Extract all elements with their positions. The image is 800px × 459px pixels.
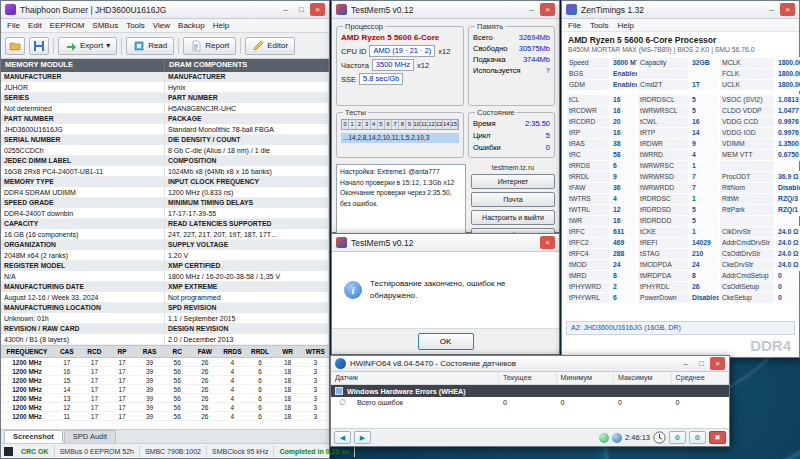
testmem-site-link[interactable]: testmem.tz.ru [471, 164, 555, 171]
testmem5-titlebar[interactable]: TestMem5 v0.12 – × [332, 1, 559, 19]
freq-cell: 56 [163, 403, 191, 412]
sse-label: SSE [341, 75, 356, 84]
hwinfo-titlebar[interactable]: HWiNFO64 v8.04-5470 - Состояние датчиков… [331, 356, 729, 372]
dropdown-icon: ▾ [106, 41, 110, 50]
timing-label: tPHYWRL [566, 292, 610, 304]
field-value: 2.0 / December 2013 [165, 334, 328, 345]
test-number-cell[interactable]: 13 [436, 120, 443, 129]
sensor-row[interactable]: ∅Всего ошибок 0 0 0 0 [331, 397, 729, 409]
column-header[interactable]: Датчик [331, 372, 499, 384]
sensor-group-row[interactable]: Windows Hardware Errors (WHEA) [331, 385, 729, 397]
dram-components-header: DRAM COMPONENTS [165, 59, 329, 72]
open-button[interactable] [5, 37, 25, 55]
menu-item[interactable]: Tools [126, 21, 145, 30]
menu-item[interactable]: Edit [28, 21, 42, 30]
minimize-button[interactable]: – [524, 3, 539, 16]
test-number-cell[interactable]: 7 [392, 120, 399, 129]
zentimings-window: ZenTimings 1.32 – × FileToolsHelp AMD Ry… [561, 0, 800, 358]
minimize-button[interactable]: – [678, 357, 693, 370]
minimize-button[interactable]: – [278, 3, 293, 16]
close-button[interactable]: × [540, 236, 555, 249]
toolbar-separator [53, 38, 54, 54]
close-button[interactable]: × [780, 3, 795, 16]
zentimings-titlebar[interactable]: ZenTimings 1.32 – × [562, 1, 799, 19]
test-number-cell[interactable]: 1 [349, 120, 356, 129]
test-sequence[interactable]: ...14,2,8,14,2,10,11,1,5,2,10,3 [341, 133, 459, 143]
state-group-caption: Состояние [475, 108, 516, 117]
close-button[interactable]: × [710, 357, 725, 370]
column-header[interactable]: Среднее [672, 372, 730, 384]
menu-item[interactable]: Tools [590, 21, 609, 30]
test-number-cell[interactable]: 15 [451, 120, 458, 129]
logging-status-icon[interactable] [599, 433, 609, 443]
test-number-cell[interactable]: 11 [421, 120, 428, 129]
field-label: PART NUMBER [1, 114, 164, 124]
internet-button[interactable]: Интернет [471, 174, 555, 189]
mail-button[interactable]: Почта [471, 192, 555, 207]
memory-label: Свободно [473, 44, 507, 53]
timing-row: tRAS38tRDWR9VDIMM1.3500 V [566, 138, 795, 149]
test-number-cell[interactable]: 14 [443, 120, 450, 129]
field-label: SUPPLY VOLTAGE [165, 240, 328, 250]
test-number-cell[interactable]: 10 [414, 120, 421, 129]
dimm-slot-selector[interactable]: A2: JHD3600U1616JG (16GB, DR) [566, 321, 795, 335]
freq-cell: 26 [191, 412, 219, 421]
freq-col-header: RRDS [219, 346, 247, 357]
freq-cell: 26 [191, 376, 219, 385]
configure-exit-button[interactable]: Настроить и выйти [471, 210, 555, 225]
close-button[interactable]: × [540, 3, 555, 16]
menu-item[interactable]: EEPROM [50, 21, 85, 30]
freq-cell: 26 [191, 358, 219, 367]
close-button[interactable]: × [310, 3, 325, 16]
maximize-button[interactable]: □ [694, 357, 709, 370]
monitor-status-icon[interactable] [612, 433, 622, 443]
menu-item[interactable]: Help [213, 21, 229, 30]
menu-item[interactable]: File [568, 21, 581, 30]
thaiphoon-titlebar[interactable]: Thaiphoon Burner | JHD3600U1616JG – □ × [1, 1, 329, 19]
test-number-cell[interactable]: 9 [406, 120, 413, 129]
report-button[interactable]: Report [183, 37, 236, 55]
timing-row: tRC58tWRRD4MEM VTT0.6750 V [566, 149, 795, 160]
test-number-cell[interactable]: 0 [342, 120, 349, 129]
menu-item[interactable]: View [153, 21, 170, 30]
test-number-cell[interactable]: 8 [399, 120, 406, 129]
close-sensors-button[interactable]: ✖ [709, 431, 726, 444]
test-number-cell[interactable]: 12 [428, 120, 435, 129]
menu-item[interactable]: SMBus [92, 21, 118, 30]
menu-item[interactable]: Backup [178, 21, 205, 30]
test-number-cell[interactable]: 3 [363, 120, 370, 129]
test-number-cell[interactable]: 4 [371, 120, 378, 129]
column-header[interactable]: Минимум [557, 372, 615, 384]
test-number-cell[interactable]: 2 [356, 120, 363, 129]
dialog-titlebar[interactable]: TestMem5 v0.12 × [332, 234, 559, 252]
clock-icon[interactable] [653, 431, 666, 444]
freq-cell: 17 [108, 367, 136, 376]
move-down-button[interactable]: ▶ [354, 431, 371, 444]
save-button[interactable] [29, 37, 49, 55]
read-button[interactable]: Read [126, 37, 174, 55]
timing-value: 0 [775, 292, 795, 304]
freq-col-header: FAW [191, 346, 219, 357]
menu-item[interactable]: Help [618, 21, 634, 30]
config-gear-button[interactable]: ⚙ [689, 431, 706, 444]
timing-row: tCL16tRDRDSCL5VSOC (SVI2)1.0813 V [566, 94, 795, 105]
tab-spd-audit[interactable]: SPD Audit [64, 430, 116, 443]
test-number-cell[interactable]: 6 [385, 120, 392, 129]
export-button[interactable]: Export▾ [58, 37, 117, 55]
settings-gear-button[interactable]: ⚙ [669, 431, 686, 444]
freq-cell: 56 [163, 358, 191, 367]
column-header[interactable]: Текущее [499, 372, 557, 384]
column-header[interactable]: Максимум [614, 372, 672, 384]
menu-item[interactable]: File [7, 21, 20, 30]
ok-button[interactable]: OK [418, 333, 474, 350]
maximize-button[interactable]: □ [294, 3, 309, 16]
freq-cell: 1200 MHz [1, 412, 53, 421]
timing-label: CkeSetup [719, 292, 775, 304]
move-up-button[interactable]: ◀ [334, 431, 351, 444]
freq-cell: 39 [136, 376, 164, 385]
test-number-cell[interactable]: 5 [378, 120, 385, 129]
editor-button[interactable]: Editor [245, 37, 295, 55]
minimize-button[interactable]: – [764, 3, 779, 16]
field-label: DIE DENSITY / COUNT [165, 135, 328, 145]
tab-screenshot[interactable]: Screenshot [4, 430, 63, 443]
